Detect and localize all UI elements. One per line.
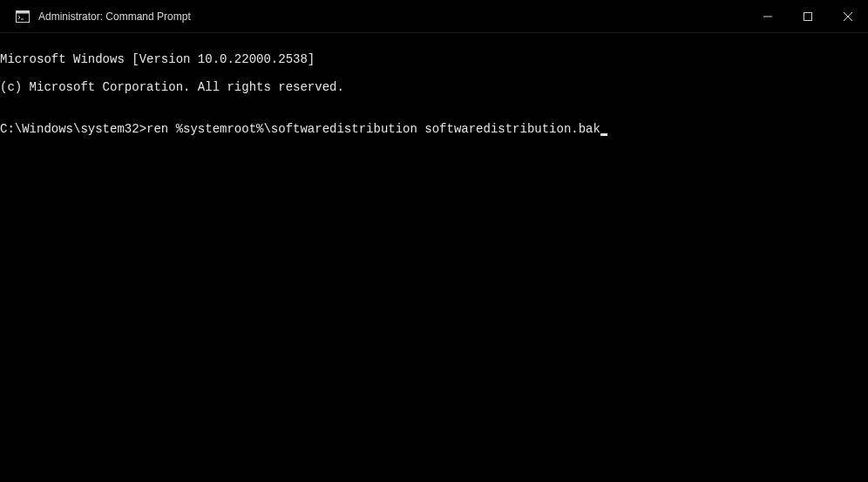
output-line: (c) Microsoft Corporation. All rights re…	[0, 80, 868, 94]
output-line: Microsoft Windows [Version 10.0.22000.25…	[0, 52, 868, 66]
prompt-text: C:\Windows\system32>	[0, 122, 146, 136]
window-controls	[748, 0, 868, 32]
svg-rect-1	[17, 10, 30, 13]
titlebar-left: Administrator: Command Prompt	[16, 10, 191, 23]
prompt-line: C:\Windows\system32>ren %systemroot%\sof…	[0, 122, 868, 136]
close-button[interactable]	[828, 0, 868, 33]
command-text: ren %systemroot%\softwaredistribution so…	[146, 122, 600, 136]
terminal-output[interactable]: Microsoft Windows [Version 10.0.22000.25…	[0, 33, 868, 150]
titlebar: Administrator: Command Prompt	[0, 0, 868, 33]
window-title: Administrator: Command Prompt	[38, 10, 191, 23]
cmd-icon	[16, 10, 30, 23]
minimize-button[interactable]	[748, 0, 788, 33]
svg-rect-4	[804, 12, 812, 20]
cursor	[600, 133, 607, 136]
maximize-button[interactable]	[788, 0, 828, 33]
